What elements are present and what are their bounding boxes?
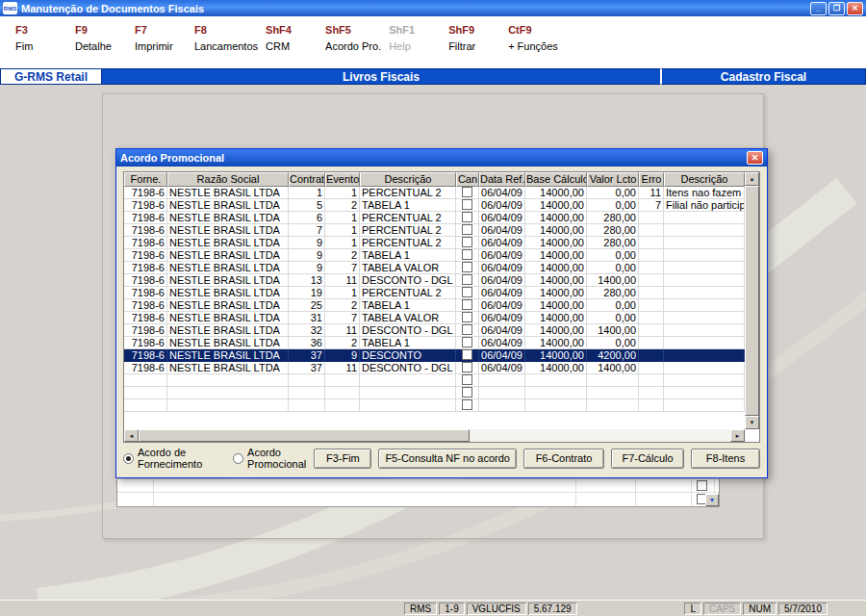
- can-checkbox[interactable]: [462, 274, 472, 285]
- empty-table-row[interactable]: [124, 387, 745, 399]
- column-header-raz-o-social-1[interactable]: Razão Social: [167, 172, 289, 187]
- table-row[interactable]: 7198-6NESTLE BRASIL LTDA71PERCENTUAL 206…: [124, 224, 745, 237]
- table-row[interactable]: 7198-6NESTLE BRASIL LTDA379DESCONTO06/04…: [124, 349, 745, 362]
- dialog-close-icon[interactable]: ✕: [747, 151, 763, 165]
- toolbar-key-label: ShF5: [325, 24, 381, 36]
- column-header-erro-9[interactable]: Erro: [639, 172, 664, 187]
- empty-table-row[interactable]: [124, 399, 745, 412]
- can-checkbox[interactable]: [462, 287, 472, 297]
- app-icon: RMS: [3, 2, 17, 14]
- empty-table-row[interactable]: [124, 374, 745, 387]
- grid-cell: TABELA 1: [360, 299, 456, 312]
- radio-acordo-de-fornecimento[interactable]: Acordo de Fornecimento: [123, 447, 219, 470]
- scroll-up-icon[interactable]: ▲: [745, 172, 759, 186]
- table-row[interactable]: 7198-6NESTLE BRASIL LTDA362TABELA 106/04…: [124, 337, 745, 349]
- table-row[interactable]: 7198-6NESTLE BRASIL LTDA3711DESCONTO - D…: [124, 362, 745, 374]
- column-header-valor-lcto-8[interactable]: Valor Lcto: [587, 172, 639, 187]
- vertical-scroll-thumb[interactable]: [745, 186, 759, 416]
- can-checkbox[interactable]: [462, 237, 472, 247]
- table-row[interactable]: 7198-6NESTLE BRASIL LTDA97TABELA VALOR06…: [124, 262, 745, 274]
- table-row[interactable]: 7198-6NESTLE BRASIL LTDA52TABELA 106/04/…: [124, 199, 745, 212]
- vertical-scrollbar[interactable]: ▲ ▼: [745, 172, 759, 429]
- table-row[interactable]: 7198-6NESTLE BRASIL LTDA91PERCENTUAL 206…: [124, 237, 745, 249]
- can-checkbox[interactable]: [462, 374, 472, 385]
- nav-tab-cadastro-fiscal[interactable]: Cadastro Fiscal: [660, 68, 866, 85]
- dialog-button-f6-contrato[interactable]: F6-Contrato: [523, 449, 604, 469]
- titlebar[interactable]: RMS Manutenção de Documentos Fiscais _ ❐…: [0, 0, 866, 16]
- table-row[interactable]: 7198-6NESTLE BRASIL LTDA3211DESCONTO - D…: [124, 324, 745, 337]
- nav-tab-grms-retail[interactable]: G-RMS Retail: [0, 68, 102, 85]
- table-row[interactable]: 7198-6NESTLE BRASIL LTDA61PERCENTUAL 206…: [124, 212, 745, 224]
- dialog-button-f8-itens[interactable]: F8-Itens: [691, 449, 760, 469]
- nav-tab-livros-fiscais[interactable]: Livros Fiscais: [102, 68, 660, 85]
- radio-acordo-promocional[interactable]: Acordo Promocional: [233, 447, 314, 470]
- dialog-button-f5-consulta-nf-no-acordo[interactable]: F5-Consulta NF no acordo: [378, 449, 517, 469]
- grid-cell: Filial não particip: [664, 199, 745, 212]
- grid-cell: 0,00: [587, 262, 639, 274]
- table-row[interactable]: 7198-6NESTLE BRASIL LTDA317TABELA VALOR0…: [124, 312, 745, 324]
- grid-cell: 7198-6: [124, 199, 167, 212]
- column-header-can-5[interactable]: Can: [456, 172, 479, 187]
- column-header-evento-3[interactable]: Evento: [325, 172, 360, 187]
- table-row[interactable]: 7198-6NESTLE BRASIL LTDA191PERCENTUAL 20…: [124, 287, 745, 299]
- dialog-titlebar[interactable]: Acordo Promocional ✕: [116, 149, 767, 167]
- column-header-contrato-2[interactable]: Contrato: [289, 172, 325, 187]
- grid-cell: [664, 237, 745, 249]
- status-panel-1-9: 1-9: [439, 603, 464, 615]
- column-header-forne-0[interactable]: Forne.: [124, 172, 167, 187]
- can-checkbox[interactable]: [462, 299, 472, 310]
- can-checkbox[interactable]: [462, 399, 472, 410]
- scroll-left-icon[interactable]: ◄: [124, 429, 139, 442]
- grid-cell: NESTLE BRASIL LTDA: [167, 187, 289, 199]
- can-checkbox[interactable]: [462, 262, 472, 272]
- function-toolbar: F3FimF9DetalheF7ImprimirF8LancamentosShF…: [0, 16, 866, 67]
- scroll-down-icon[interactable]: ▼: [745, 416, 759, 429]
- maximize-button-icon[interactable]: ❐: [828, 2, 845, 15]
- toolbar-item-shf5[interactable]: ShF5Acordo Pro.: [325, 24, 389, 52]
- can-checkbox[interactable]: [462, 349, 472, 360]
- table-row[interactable]: 7198-6NESTLE BRASIL LTDA1311DESCONTO - D…: [124, 274, 745, 287]
- can-checkbox[interactable]: [462, 212, 472, 222]
- toolbar-item-shf9[interactable]: ShF9Filtrar: [448, 24, 508, 52]
- can-checkbox[interactable]: [462, 324, 472, 335]
- grid-cell: [639, 224, 664, 237]
- can-checkbox[interactable]: [462, 337, 472, 347]
- horizontal-scrollbar[interactable]: ◄ ►: [124, 429, 745, 442]
- grid-cell: 280,00: [587, 212, 639, 224]
- toolbar-item-f3[interactable]: F3Fim: [15, 24, 75, 52]
- scroll-right-icon[interactable]: ►: [730, 429, 745, 442]
- close-button-icon[interactable]: ✕: [847, 2, 863, 15]
- toolbar-item-f8[interactable]: F8Lancamentos: [194, 24, 266, 52]
- toolbar-item-f7[interactable]: F7Imprimir: [135, 24, 194, 52]
- grid-cell: 7: [325, 312, 360, 324]
- minimize-button-icon[interactable]: _: [810, 2, 827, 15]
- background-row-checkbox[interactable]: [697, 480, 707, 491]
- column-header-descri-o-4[interactable]: Descrição: [360, 172, 456, 187]
- can-checkbox[interactable]: [462, 312, 472, 322]
- grid-cell: [664, 362, 745, 374]
- dialog-button-f7-c-lculo[interactable]: F7-Cálculo: [611, 449, 684, 469]
- table-row[interactable]: 7198-6NESTLE BRASIL LTDA11PERCENTUAL 206…: [124, 187, 745, 199]
- column-header-descri-o-10[interactable]: Descrição: [664, 172, 745, 187]
- toolbar-item-ctf9[interactable]: CtF9+ Funções: [508, 24, 568, 52]
- can-checkbox[interactable]: [462, 224, 472, 235]
- column-header-data-ref-6[interactable]: Data Ref.: [479, 172, 525, 187]
- table-row[interactable]: 7198-6NESTLE BRASIL LTDA92TABELA 106/04/…: [124, 249, 745, 262]
- grid-cell: 14000,00: [525, 324, 587, 337]
- grid-cell: 7198-6: [124, 349, 167, 362]
- grid-cell: [325, 387, 360, 399]
- column-header-base-c-lculo-7[interactable]: Base Cálculo: [525, 172, 587, 187]
- can-checkbox[interactable]: [462, 187, 472, 197]
- background-scroll-down-icon[interactable]: ▼: [705, 494, 719, 506]
- toolbar-item-f9[interactable]: F9Detalhe: [75, 24, 135, 52]
- horizontal-scroll-thumb[interactable]: [139, 429, 470, 442]
- toolbar-item-shf4[interactable]: ShF4CRM: [266, 24, 325, 52]
- grid-cell: 14000,00: [525, 362, 587, 374]
- can-checkbox[interactable]: [462, 199, 472, 210]
- table-row[interactable]: 7198-6NESTLE BRASIL LTDA252TABELA 106/04…: [124, 299, 745, 312]
- can-checkbox[interactable]: [462, 362, 472, 372]
- horizontal-scroll-track[interactable]: [139, 429, 730, 442]
- dialog-button-f3-fim[interactable]: F3-Fim: [314, 449, 371, 469]
- can-checkbox[interactable]: [462, 387, 472, 398]
- can-checkbox[interactable]: [462, 249, 472, 260]
